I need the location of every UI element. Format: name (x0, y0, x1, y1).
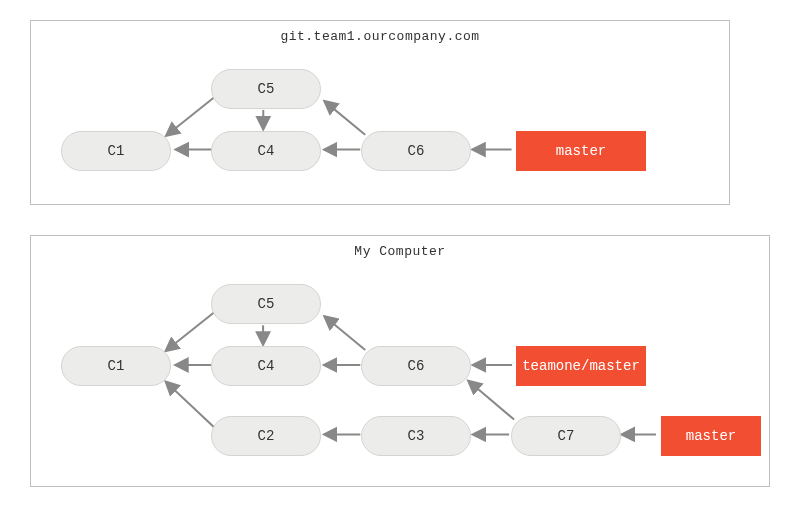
commit-label: C6 (408, 358, 425, 374)
panel-local: My Computer (30, 235, 770, 487)
diagram-root: git.team1.ourcompany.com C1 C4 C5 C6 mas… (0, 0, 800, 507)
commit-node-c1b: C1 (61, 346, 171, 386)
commit-node-c6b: C6 (361, 346, 471, 386)
commit-label: C4 (258, 143, 275, 159)
panel-server-arrows (31, 21, 729, 204)
commit-node-c2: C2 (211, 416, 321, 456)
commit-label: C1 (108, 143, 125, 159)
commit-label: C5 (258, 296, 275, 312)
svg-line-12 (326, 317, 366, 350)
branch-master-local: master (661, 416, 761, 456)
commit-label: C7 (558, 428, 575, 444)
commit-node-c7: C7 (511, 416, 621, 456)
svg-line-9 (167, 383, 217, 430)
commit-label: C2 (258, 428, 275, 444)
branch-teamone-master: teamone/master (516, 346, 646, 386)
branch-label: master (556, 143, 606, 159)
commit-label: C1 (108, 358, 125, 374)
commit-label: C5 (258, 81, 275, 97)
commit-node-c5b: C5 (211, 284, 321, 324)
branch-label: master (686, 428, 736, 444)
commit-node-c5: C5 (211, 69, 321, 109)
svg-line-7 (167, 310, 217, 350)
commit-node-c4b: C4 (211, 346, 321, 386)
svg-line-1 (167, 95, 216, 135)
panel-local-title: My Computer (31, 244, 769, 259)
commit-node-c4: C4 (211, 131, 321, 171)
panel-server-title: git.team1.ourcompany.com (31, 29, 729, 44)
commit-node-c6: C6 (361, 131, 471, 171)
branch-master-server: master (516, 131, 646, 171)
svg-line-14 (469, 382, 514, 420)
svg-line-4 (326, 102, 366, 135)
commit-label: C4 (258, 358, 275, 374)
commit-node-c1: C1 (61, 131, 171, 171)
commit-label: C3 (408, 428, 425, 444)
commit-label: C6 (408, 143, 425, 159)
branch-label: teamone/master (522, 358, 640, 374)
panel-server: git.team1.ourcompany.com C1 C4 C5 C6 mas… (30, 20, 730, 205)
commit-node-c3: C3 (361, 416, 471, 456)
